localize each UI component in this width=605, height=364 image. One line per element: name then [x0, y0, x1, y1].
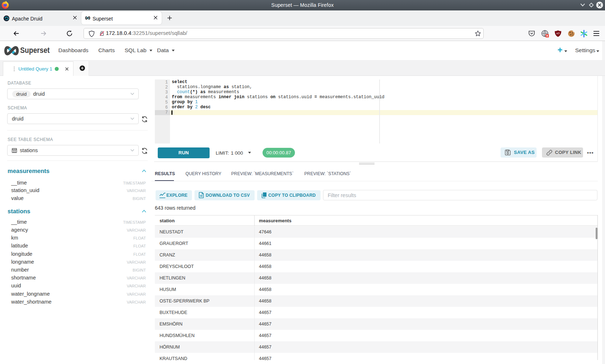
svg-text:uO: uO [556, 32, 560, 35]
